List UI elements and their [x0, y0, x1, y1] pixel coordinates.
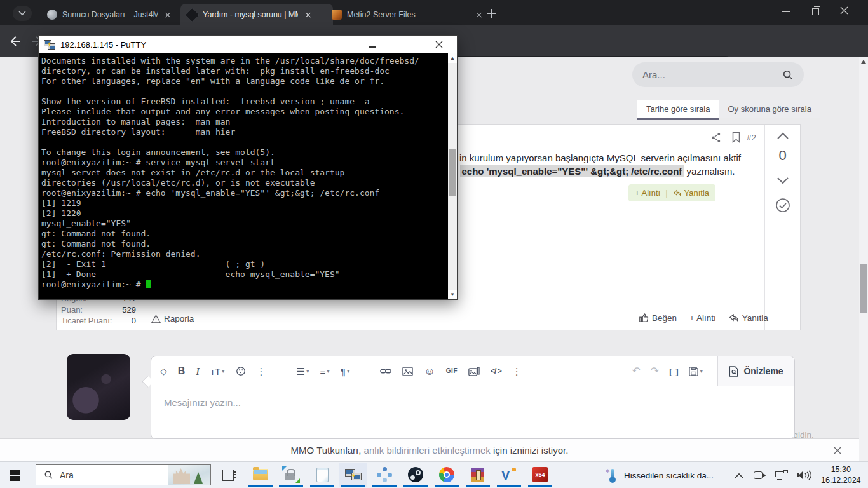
tab-just4metin[interactable]: Sunucu Dosyaları – Just4Metin [41, 4, 186, 25]
vote-down-icon[interactable] [776, 177, 789, 184]
tab-favicon-diamond-icon [184, 7, 200, 22]
paragraph-icon[interactable]: ¶▾ [341, 367, 350, 376]
post-number[interactable]: #2 [747, 133, 756, 142]
new-tab-button[interactable] [485, 8, 497, 19]
taskbar-putty-active[interactable] [339, 463, 367, 487]
window-close-button[interactable] [840, 6, 849, 15]
reply-action-button[interactable]: Yanıtla [729, 313, 768, 323]
taskbar-chrome[interactable] [433, 463, 461, 487]
tray-clock[interactable]: 15:30 16.12.2024 [821, 464, 861, 486]
editor-toolbar: ◇ B I ᴛT▾ ⋮ ☰▾ ≡▾ ¶▾ ☺ GIF </ > ⋮ ↶ [151, 356, 794, 386]
tab-close-icon[interactable] [163, 10, 173, 20]
meet-now-icon[interactable] [754, 471, 766, 480]
thumbs-up-icon [639, 313, 649, 323]
gallery-icon[interactable] [468, 367, 480, 376]
gif-icon[interactable]: GIF [446, 368, 458, 374]
window-restore-button[interactable] [811, 6, 820, 15]
user-avatar[interactable] [67, 354, 130, 420]
start-button[interactable] [10, 470, 20, 481]
notification-rest: için izninizi istiyor. [493, 445, 568, 456]
vote-up-icon[interactable] [776, 132, 789, 140]
taskbar-x64dbg[interactable]: x64 [526, 463, 554, 487]
taskbar-steam[interactable] [402, 463, 430, 487]
image-icon[interactable] [402, 367, 413, 376]
tab-mysql-sorunu-active[interactable]: Yardım - mysql sorunu | MMO T [180, 4, 333, 25]
align-icon[interactable]: ≡▾ [320, 367, 330, 376]
tray-expand-icon[interactable] [735, 473, 743, 478]
taskbar-notepad[interactable] [308, 463, 336, 487]
taskbar-file-explorer[interactable] [247, 463, 275, 487]
putty-scrollbar[interactable]: ▲ ▼ [448, 53, 457, 299]
redo-icon[interactable]: ↷ [651, 366, 659, 376]
notification-close-icon[interactable] [834, 447, 841, 454]
forum-search-input[interactable]: Ara... [632, 62, 804, 87]
putty-maximize-button[interactable] [392, 41, 421, 48]
bookmark-icon[interactable] [731, 132, 741, 143]
preview-button[interactable]: Önizleme [717, 356, 794, 386]
text-color-icon[interactable] [236, 366, 246, 376]
weather-text[interactable]: Hissedilen sıcaklık da... [624, 471, 726, 480]
terminal-line [41, 137, 448, 147]
link-icon[interactable] [380, 367, 391, 376]
terminal-line: gt: Command not found. [41, 239, 448, 249]
page-scrollbar[interactable] [859, 57, 868, 461]
like-button[interactable]: Beğen [639, 313, 677, 323]
report-button[interactable]: Raporla [151, 314, 194, 323]
taskbar-v-app[interactable]: V [495, 463, 523, 487]
remove-format-icon[interactable]: ◇ [160, 367, 167, 376]
quote-button[interactable]: + Alıntı [635, 188, 660, 198]
tab-favicon-castle-icon [332, 10, 342, 20]
putty-scroll-down-icon[interactable]: ▼ [448, 290, 457, 299]
terminal-line: mysql_enable="YES" [41, 219, 448, 229]
tab-sort-by-votes[interactable]: Oy skoruna göre sırala [719, 100, 820, 118]
reply-button[interactable]: Yanıtla [673, 188, 710, 198]
back-icon[interactable] [9, 36, 20, 47]
undo-icon[interactable]: ↶ [632, 366, 640, 376]
search-icon[interactable] [782, 69, 794, 81]
taskbar-link-tool[interactable] [370, 463, 398, 487]
volume-icon[interactable] [797, 470, 811, 480]
taskbar-search-input[interactable]: Ara [36, 464, 211, 485]
taskbar-winscp[interactable] [277, 463, 305, 487]
quote-action-button[interactable]: + Alıntı [689, 313, 716, 323]
putty-minimize-button[interactable] [358, 41, 387, 48]
scroll-up-icon[interactable] [861, 60, 866, 64]
message-input[interactable]: Mesajınızı yazın... [151, 386, 794, 419]
font-size-icon[interactable]: ᴛT▾ [210, 367, 225, 376]
more-options-icon[interactable]: ⋮ [512, 367, 522, 376]
task-view-icon[interactable] [222, 470, 234, 481]
search-highlight-image[interactable] [168, 464, 210, 485]
terminal-line: Introduction to manual pages: man man [41, 117, 448, 127]
tab-close-icon[interactable] [303, 10, 313, 20]
putty-scrollbar-thumb[interactable] [449, 149, 456, 196]
taskbar-winrar[interactable] [464, 463, 492, 487]
reply-icon [673, 189, 682, 197]
solution-check-icon[interactable] [775, 198, 790, 213]
tab-metin2-server-files[interactable]: Metin2 Server Files [325, 4, 491, 25]
tab-search-button[interactable] [13, 6, 32, 21]
more-options-icon[interactable]: ⋮ [257, 367, 266, 376]
bold-icon[interactable]: B [178, 366, 186, 376]
weather-icon[interactable]: ❄ [605, 468, 619, 483]
putty-terminal[interactable]: Documents installed with the system are … [39, 53, 448, 299]
putty-close-button[interactable] [426, 41, 452, 48]
putty-title: 192.168.1.145 - PuTTY [60, 40, 353, 50]
terminal-line: root@enixyazilim:~ # service mysql-serve… [41, 158, 448, 168]
italic-icon[interactable]: I [196, 366, 200, 377]
x64dbg-label: x64 [535, 471, 545, 478]
share-icon[interactable] [711, 132, 722, 143]
window-minimize-button[interactable] [782, 6, 790, 15]
putty-scroll-up-icon[interactable]: ▲ [448, 53, 457, 63]
notification-link[interactable]: anlık bildirimleri etkinleştirmek [361, 445, 493, 456]
tab-close-icon[interactable] [474, 10, 484, 20]
page-scrollbar-thumb[interactable] [860, 264, 867, 313]
putty-titlebar[interactable]: 192.168.1.145 - PuTTY [39, 36, 457, 53]
smiley-icon[interactable]: ☺ [424, 366, 435, 377]
code-icon[interactable]: </ > [491, 367, 501, 375]
network-icon[interactable] [775, 470, 788, 480]
drafts-icon[interactable]: ▾ [689, 367, 703, 376]
tab-sort-by-date[interactable]: Tarihe göre sırala [637, 100, 719, 120]
list-icon[interactable]: ☰▾ [297, 367, 309, 376]
post-actions: Beğen + Alıntı Yanıtla [639, 313, 768, 323]
bbcode-icon[interactable]: [ ] [669, 367, 679, 376]
